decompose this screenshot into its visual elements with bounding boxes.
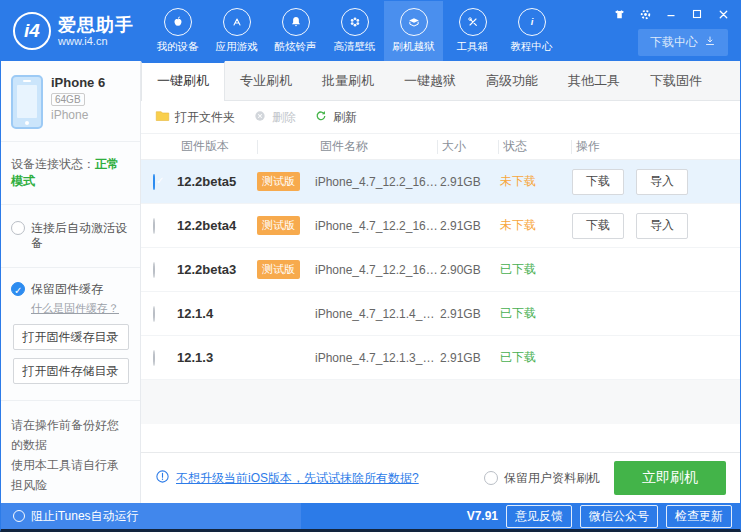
delete-button[interactable]: 删除 bbox=[253, 109, 296, 126]
erase-data-link[interactable]: 不想升级当前iOS版本，先试试抹除所有数据? bbox=[155, 469, 419, 487]
firmware-size: 2.91GB bbox=[440, 307, 500, 321]
nav-label: 应用游戏 bbox=[216, 40, 258, 54]
settings-gear-icon[interactable] bbox=[638, 7, 652, 21]
empty-rows-area bbox=[141, 380, 740, 452]
block-itunes-radio[interactable] bbox=[13, 510, 25, 522]
what-is-cache-link[interactable]: 什么是固件缓存？ bbox=[31, 301, 119, 316]
toolbox-icon bbox=[459, 8, 487, 36]
download-firmware-button[interactable]: 下载 bbox=[572, 213, 624, 239]
nav-label: 我的设备 bbox=[157, 40, 199, 54]
feedback-button[interactable]: 意见反馈 bbox=[506, 505, 572, 528]
download-firmware-button[interactable]: 下载 bbox=[572, 169, 624, 195]
tab-download-firmware[interactable]: 下载固件 bbox=[635, 61, 717, 100]
col-status: 状态 bbox=[499, 138, 571, 155]
auto-activate-radio[interactable] bbox=[11, 221, 25, 235]
tab-onekey-flash[interactable]: 一键刷机 bbox=[141, 61, 225, 101]
main-panel: 一键刷机 专业刷机 批量刷机 一键越狱 高级功能 其他工具 下载固件 打开文件夹 bbox=[141, 61, 740, 503]
check-update-button[interactable]: 检查更新 bbox=[666, 505, 732, 528]
refresh-button[interactable]: 刷新 bbox=[314, 109, 357, 126]
tab-other-tools[interactable]: 其他工具 bbox=[553, 61, 635, 100]
skin-icon[interactable] bbox=[612, 7, 626, 21]
firmware-row[interactable]: 12.2beta4 测试版 iPhone_4.7_12.2_16E5212f_R… bbox=[141, 204, 740, 248]
app-version: V7.91 bbox=[467, 509, 498, 523]
firmware-select-radio[interactable] bbox=[153, 306, 155, 322]
firmware-select-radio[interactable] bbox=[153, 350, 155, 366]
col-size: 大小 bbox=[438, 138, 498, 155]
nav-apps-games[interactable]: 应用游戏 bbox=[207, 1, 266, 61]
close-icon[interactable] bbox=[716, 7, 730, 21]
brand-url: www.i4.cn bbox=[58, 35, 134, 48]
firmware-filename: iPhone_4.7_12.2_16E5212f_Restore.ipsw bbox=[315, 219, 440, 233]
nav-tutorials[interactable]: i 教程中心 bbox=[502, 1, 561, 61]
device-name: iPhone 6 bbox=[51, 75, 105, 91]
open-folder-button[interactable]: 打开文件夹 bbox=[155, 109, 235, 126]
top-navigation: 我的设备 应用游戏 酷炫铃声 高清壁纸 bbox=[148, 1, 561, 61]
app-window: i4 爱思助手 www.i4.cn 我的设备 应用游戏 bbox=[0, 0, 741, 532]
flash-action-bar: 不想升级当前iOS版本，先试试抹除所有数据? 保留用户资料刷机 立即刷机 bbox=[141, 452, 740, 503]
import-firmware-button[interactable]: 导入 bbox=[636, 169, 688, 195]
firmware-row[interactable]: 12.1.4 iPhone_4.7_12.1.4_16D57_Restore.i… bbox=[141, 292, 740, 336]
minimize-icon[interactable] bbox=[664, 7, 678, 21]
keep-cache-radio[interactable] bbox=[11, 282, 25, 296]
brand-name: 爱思助手 bbox=[58, 15, 134, 35]
open-cache-dir-button[interactable]: 打开固件缓存目录 bbox=[13, 324, 129, 350]
import-firmware-button[interactable]: 导入 bbox=[636, 213, 688, 239]
nav-my-devices[interactable]: 我的设备 bbox=[148, 1, 207, 61]
row-status: 未下载 bbox=[500, 217, 572, 234]
appstore-icon bbox=[223, 8, 251, 36]
sidebar: iPhone 6 64GB iPhone 设备连接状态：正常模式 连接后自动激活… bbox=[1, 61, 141, 503]
wechat-official-button[interactable]: 微信公众号 bbox=[580, 505, 658, 528]
nav-label: 刷机越狱 bbox=[393, 40, 435, 54]
auto-activate-option[interactable]: 连接后自动激活设备 bbox=[11, 221, 130, 251]
nav-label: 高清壁纸 bbox=[334, 40, 376, 54]
apple-icon bbox=[164, 8, 192, 36]
warning-text-1: 请在操作前备份好您的数据 bbox=[11, 415, 130, 455]
nav-wallpapers[interactable]: 高清壁纸 bbox=[325, 1, 384, 61]
warning-text-2: 使用本工具请自行承担风险 bbox=[11, 455, 130, 495]
firmware-toolbar: 打开文件夹 删除 刷新 bbox=[141, 101, 740, 134]
open-storage-dir-button[interactable]: 打开固件存储目录 bbox=[13, 358, 129, 384]
firmware-row[interactable]: 12.2beta5 测试版 iPhone_4.7_12.2_16E5223a_R… bbox=[141, 160, 740, 204]
maximize-icon[interactable] bbox=[690, 7, 704, 21]
firmware-version: 12.2beta4 bbox=[177, 218, 257, 233]
nav-ringtones[interactable]: 酷炫铃声 bbox=[266, 1, 325, 61]
block-itunes-toggle[interactable]: 阻止iTunes自动运行 bbox=[1, 503, 301, 529]
firmware-row[interactable]: 12.1.3 iPhone_4.7_12.1.3_16D39_Restore.i… bbox=[141, 336, 740, 380]
download-center-button[interactable]: 下载中心 bbox=[638, 29, 728, 56]
firmware-size: 2.91GB bbox=[440, 351, 500, 365]
row-status: 已下载 bbox=[500, 349, 572, 366]
firmware-list: 12.2beta5 测试版 iPhone_4.7_12.2_16E5223a_R… bbox=[141, 160, 740, 380]
table-header: 固件版本 固件名称 大小 状态 操作 bbox=[141, 134, 740, 160]
row-status: 未下载 bbox=[500, 173, 572, 190]
device-capacity-badge: 64GB bbox=[51, 93, 85, 106]
firmware-row[interactable]: 12.2beta3 测试版 iPhone_4.7_12.2_16E5201e_R… bbox=[141, 248, 740, 292]
keep-user-data-radio[interactable] bbox=[484, 471, 498, 485]
tab-advanced[interactable]: 高级功能 bbox=[471, 61, 553, 100]
tab-batch-flash[interactable]: 批量刷机 bbox=[307, 61, 389, 100]
window-controls bbox=[612, 7, 730, 21]
folder-icon bbox=[155, 109, 170, 125]
brand: i4 爱思助手 www.i4.cn bbox=[1, 12, 144, 50]
keep-cache-option[interactable]: 保留固件缓存 bbox=[11, 282, 130, 297]
firmware-select-radio[interactable] bbox=[153, 262, 155, 278]
firmware-size: 2.91GB bbox=[440, 219, 500, 233]
flash-now-button[interactable]: 立即刷机 bbox=[614, 461, 726, 495]
nav-toolbox[interactable]: 工具箱 bbox=[443, 1, 502, 61]
nav-flash-jailbreak[interactable]: 刷机越狱 bbox=[384, 1, 443, 61]
tab-onekey-jailbreak[interactable]: 一键越狱 bbox=[389, 61, 471, 100]
device-type: iPhone bbox=[51, 108, 105, 122]
keep-user-data-option[interactable]: 保留用户资料刷机 bbox=[484, 470, 600, 487]
titlebar: i4 爱思助手 www.i4.cn 我的设备 应用游戏 bbox=[1, 1, 740, 61]
col-action: 操作 bbox=[572, 138, 740, 155]
firmware-version: 12.2beta3 bbox=[177, 262, 257, 277]
beta-badge: 测试版 bbox=[257, 172, 300, 191]
i4-logo-icon: i4 bbox=[13, 12, 51, 50]
beta-badge: 测试版 bbox=[257, 260, 300, 279]
row-status: 已下载 bbox=[500, 261, 572, 278]
tab-pro-flash[interactable]: 专业刷机 bbox=[225, 61, 307, 100]
bell-icon bbox=[282, 8, 310, 36]
firmware-filename: iPhone_4.7_12.2_16E5223a_Restore.ipsw bbox=[315, 175, 440, 189]
firmware-size: 2.90GB bbox=[440, 263, 500, 277]
firmware-select-radio[interactable] bbox=[153, 218, 155, 234]
firmware-select-radio[interactable] bbox=[153, 174, 155, 190]
